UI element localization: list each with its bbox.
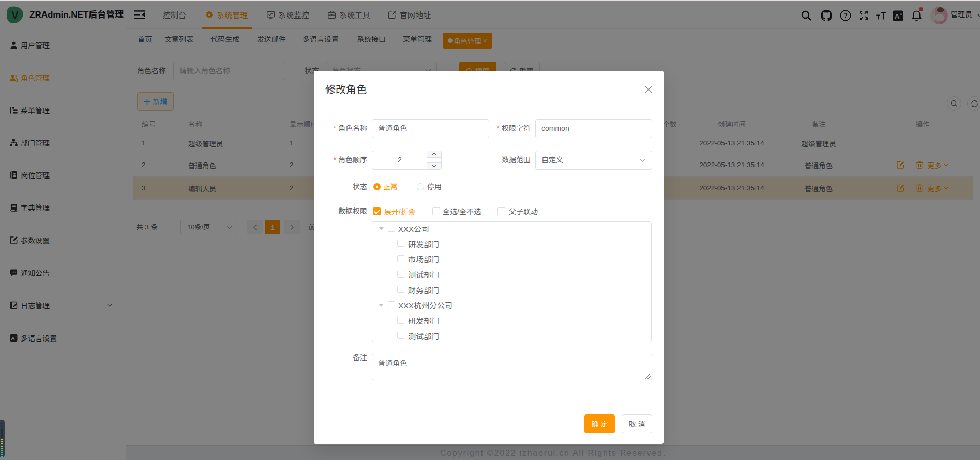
chevron-down-icon [431,164,437,168]
tree-checkbox[interactable] [397,317,404,324]
decrease-button[interactable] [427,162,441,170]
data-scope-label: 数据范围 [469,151,531,169]
increase-button[interactable] [427,151,441,158]
checkbox-linkage[interactable] [497,207,505,215]
required-asterisk: * [334,124,336,132]
perm-key-label: *权限字符 [469,119,531,138]
tree-checkbox[interactable] [397,255,404,262]
top-edge-line [0,0,980,1]
checkbox-expand-label[interactable]: 展开/折叠 [384,207,415,215]
tree-checkbox[interactable] [397,286,404,293]
data-scope-select[interactable]: 自定义 [535,151,652,170]
role-order-stepper[interactable]: 2 [372,151,442,170]
radio-normal[interactable] [373,183,381,190]
perm-key-field[interactable]: common [535,119,652,138]
remark-label: 备注 [314,350,367,365]
tree-node-label: 测试部门 [408,269,439,280]
chevron-down-icon [639,158,646,162]
radio-normal-label[interactable]: 正常 [383,183,398,190]
required-asterisk: * [497,124,500,132]
tree-node[interactable]: 研发部门 [372,236,651,251]
role-name-label: *角色名称 [314,119,367,138]
tree-expand-caret[interactable] [379,304,384,307]
chevron-up-icon [431,152,437,156]
checkbox-selectall[interactable] [432,207,440,215]
checkbox-expand[interactable] [373,207,381,215]
data-perm-label: 数据权限 [314,202,367,220]
tree-node-label: 研发部门 [408,315,439,326]
tree-node-label: 研发部门 [408,239,439,249]
status-label: 状态 [314,177,367,196]
dialog-title: 修改角色 [325,81,367,96]
cancel-button[interactable]: 取 消 [622,414,652,433]
role-order-value: 2 [372,151,427,169]
role-order-label-text: 角色顺序 [338,156,367,164]
checkbox-linkage-label[interactable]: 父子联动 [509,207,538,215]
radio-disabled[interactable] [417,183,424,190]
tree-node-label: 市场部门 [408,254,439,264]
tree-node[interactable]: 财务部门 [372,282,651,298]
tree-node-label: XXX公司 [398,223,429,234]
tree-expand-caret[interactable] [379,227,384,230]
data-perm-label-text: 数据权限 [338,207,367,215]
tree-node[interactable]: 测试部门 [372,267,651,283]
close-icon[interactable] [644,85,653,94]
remark-label-text: 备注 [353,353,367,362]
tree-node-label: 财务部门 [408,285,439,295]
tree-node[interactable]: 研发部门 [372,313,651,329]
tree-checkbox[interactable] [388,301,395,308]
status-label-text: 状态 [353,183,367,191]
perm-key-label-text: 权限字符 [502,124,531,132]
checkbox-selectall-label[interactable]: 全选/全不选 [443,207,481,215]
role-name-label-text: 角色名称 [338,124,367,132]
radio-disabled-label[interactable]: 停用 [427,183,442,190]
tree-checkbox[interactable] [397,332,404,339]
remark-textarea[interactable]: 普通角色 [372,354,652,380]
app-root: V ZRAdmin.NET后台管理 用户管理 角色管理 菜单管理 [0,0,980,460]
confirm-button[interactable]: 确 定 [584,414,615,433]
role-order-label: *角色顺序 [314,151,367,169]
tree-node-label: 测试部门 [408,331,439,342]
tree-checkbox[interactable] [388,225,395,232]
data-scope-value: 自定义 [541,156,563,164]
resize-grip[interactable] [645,374,651,379]
tree-node[interactable]: XXX公司 [372,221,651,236]
required-asterisk: * [334,156,336,164]
devtools-widget[interactable] [0,420,5,457]
remark-value: 普通角色 [378,359,407,367]
tree-node[interactable]: XXX杭州分公司 [372,298,651,313]
tree-node[interactable]: 测试部门 [372,328,651,342]
edit-role-dialog: 修改角色 *角色名称 普通角色 *权限字符 common *角色顺序 2 数据范… [314,71,664,444]
tree-node[interactable]: 市场部门 [372,251,651,267]
tree-node-label: XXX杭州分公司 [398,300,453,310]
data-scope-label-text: 数据范围 [502,156,531,164]
tree-checkbox[interactable] [397,271,404,278]
tree-checkbox[interactable] [397,240,404,247]
dept-tree: XXX公司 研发部门 市场部门 测试部门 财务部门 XXX杭州分公司 [372,221,652,342]
